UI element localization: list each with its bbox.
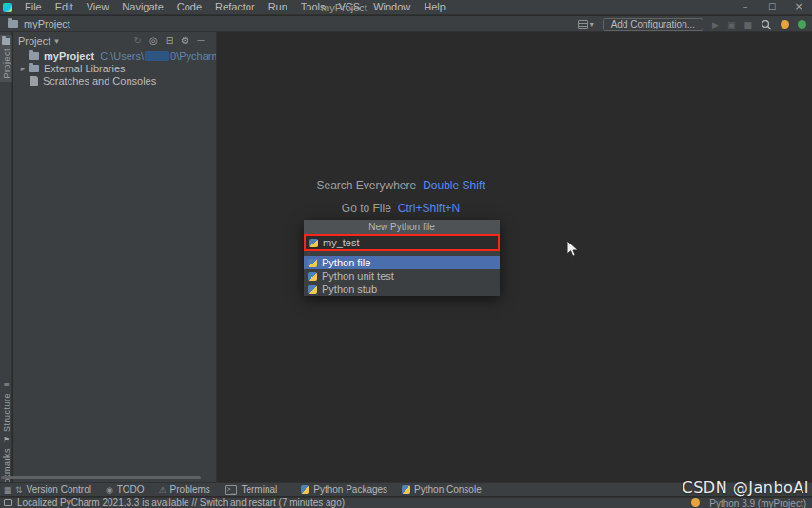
stripe-label-project: Project bbox=[2, 49, 11, 79]
tree-row-project-root[interactable]: myProject C:\Users\ 0\PycharmProjects\my… bbox=[13, 49, 216, 62]
stripe-label-structure: Structure bbox=[2, 393, 11, 432]
tree-row-external-libraries[interactable]: ▸ External Libraries bbox=[13, 62, 216, 74]
search-everywhere-icon[interactable] bbox=[761, 19, 772, 30]
hint-label: Go to File bbox=[342, 202, 391, 215]
pycharm-logo-icon bbox=[3, 3, 12, 12]
menu-navigate[interactable]: Navigate bbox=[115, 0, 169, 14]
project-panel-title[interactable]: Project bbox=[18, 35, 50, 47]
toolwindow-button-version-control[interactable]: ⇅ Version Control bbox=[15, 484, 91, 495]
path-segment: C:\Users\ bbox=[100, 50, 144, 62]
menu-bar: File Edit View Navigate Code Refactor Ru… bbox=[18, 0, 452, 14]
maximize-button[interactable]: ☐ bbox=[759, 0, 785, 15]
stop-icon[interactable]: ■ bbox=[743, 20, 752, 29]
stripe-button-project[interactable]: Project bbox=[0, 35, 12, 82]
notification-screen-icon[interactable] bbox=[4, 499, 12, 506]
toolbar-right-actions: ▾ Add Configuration... ▶ ▣ ■ bbox=[578, 16, 806, 32]
project-tool-window: Project ▾ ↻ ◎ ⊟ ⚙ — myProject C:\Users\ … bbox=[13, 32, 217, 482]
todo-icon: ◉ bbox=[106, 485, 113, 495]
add-configuration-button[interactable]: Add Configuration... bbox=[603, 18, 703, 31]
redacted-text bbox=[145, 51, 169, 61]
chevron-right-icon[interactable]: ▸ bbox=[17, 64, 29, 73]
toolwindow-button-problems[interactable]: ⚠ Problems bbox=[159, 484, 210, 495]
menu-help[interactable]: Help bbox=[417, 0, 452, 14]
library-folder-icon bbox=[29, 65, 39, 72]
python-file-icon bbox=[308, 272, 317, 281]
file-type-option-python-unit-test[interactable]: Python unit test bbox=[304, 269, 500, 283]
chevron-down-icon: ▾ bbox=[590, 20, 594, 29]
file-type-list: Python file Python unit test Python stub bbox=[304, 256, 500, 296]
tree-node-label: Scratches and Consoles bbox=[43, 75, 156, 87]
debug-icon[interactable]: ▣ bbox=[727, 20, 736, 29]
file-type-option-python-file[interactable]: Python file bbox=[304, 256, 500, 269]
toolwindow-label: Python Console bbox=[414, 484, 482, 495]
option-label: Python unit test bbox=[322, 270, 394, 282]
menu-refactor[interactable]: Refactor bbox=[208, 0, 262, 14]
horizontal-scrollbar[interactable] bbox=[1, 476, 201, 479]
mouse-cursor bbox=[566, 240, 579, 260]
hint-go-to-file: Go to FileCtrl+Shift+N bbox=[258, 197, 544, 220]
run-config-icon bbox=[578, 20, 588, 29]
path-segment: 0\PycharmProjects\myProj bbox=[170, 50, 216, 62]
main-toolbar: myProject ▾ Add Configuration... ▶ ▣ ■ bbox=[0, 16, 812, 32]
stripe-button-structure[interactable]: ≡ Structure bbox=[0, 381, 12, 432]
hide-panel-icon[interactable]: — bbox=[197, 36, 205, 45]
project-panel-header: Project ▾ ↻ ◎ ⊟ ⚙ — bbox=[13, 32, 216, 49]
python-file-icon bbox=[308, 285, 317, 294]
ide-update-icon[interactable] bbox=[781, 20, 789, 29]
new-file-name-input[interactable]: my_test bbox=[304, 234, 500, 251]
title-bar: File Edit View Navigate Code Refactor Ru… bbox=[0, 0, 812, 15]
menu-code[interactable]: Code bbox=[170, 0, 208, 14]
toolwindow-button-python-packages[interactable]: Python Packages bbox=[301, 484, 387, 495]
panel-title-caret-icon: ▾ bbox=[54, 36, 59, 46]
menu-view[interactable]: View bbox=[80, 0, 116, 14]
bookmarks-stripe-icon: ⚑ bbox=[3, 436, 10, 444]
window-controls: – ☐ × bbox=[732, 0, 812, 15]
terminal-icon: >_ bbox=[225, 485, 238, 495]
toolwindow-button-terminal[interactable]: >_ Terminal bbox=[225, 484, 277, 495]
toolwindow-label: Problems bbox=[170, 484, 210, 495]
minimize-button[interactable]: – bbox=[732, 0, 759, 15]
panel-header-actions: ↻ ◎ ⊟ ⚙ — bbox=[134, 35, 216, 46]
event-indicator-icon[interactable] bbox=[691, 498, 700, 507]
popup-title: New Python file bbox=[304, 220, 500, 234]
window-title: myProject bbox=[321, 0, 367, 15]
hint-shortcut: Ctrl+Shift+N bbox=[398, 202, 460, 215]
menu-window[interactable]: Window bbox=[366, 0, 417, 14]
folder-icon bbox=[29, 52, 39, 60]
python-packages-icon bbox=[301, 485, 309, 494]
refresh-icon[interactable]: ↻ bbox=[134, 35, 142, 46]
panel-settings-gear-icon[interactable]: ⚙ bbox=[181, 35, 189, 46]
menu-file[interactable]: File bbox=[18, 0, 49, 14]
csdn-watermark: CSDN @JanboAI bbox=[683, 479, 809, 497]
status-message[interactable]: Localized PyCharm 2021.3.3 is available … bbox=[17, 498, 345, 508]
tree-row-scratches[interactable]: Scratches and Consoles bbox=[13, 74, 216, 87]
toolwindow-label: Version Control bbox=[27, 484, 91, 495]
run-icon[interactable]: ▶ bbox=[712, 20, 719, 29]
locate-file-icon[interactable]: ◎ bbox=[149, 35, 158, 46]
problems-icon: ⚠ bbox=[159, 485, 167, 495]
project-root-path: C:\Users\ 0\PycharmProjects\myProj bbox=[100, 50, 216, 62]
toolwindow-button-python-console[interactable]: Python Console bbox=[402, 484, 482, 495]
code-with-me-icon[interactable] bbox=[798, 20, 806, 29]
file-type-option-python-stub[interactable]: Python stub bbox=[304, 283, 500, 296]
close-button[interactable]: × bbox=[785, 0, 812, 15]
toolwindow-button-todo[interactable]: ◉ TODO bbox=[106, 484, 145, 495]
menu-edit[interactable]: Edit bbox=[49, 0, 80, 14]
collapse-all-icon[interactable]: ⊟ bbox=[166, 35, 173, 46]
menu-run[interactable]: Run bbox=[262, 0, 294, 14]
project-root-label: myProject bbox=[44, 50, 94, 62]
option-label: Python file bbox=[322, 257, 370, 268]
project-stripe-icon bbox=[2, 38, 10, 45]
run-config-selector[interactable]: ▾ bbox=[578, 20, 594, 29]
python-file-icon bbox=[308, 259, 317, 267]
python-console-icon bbox=[402, 485, 410, 494]
tree-node-label: External Libraries bbox=[44, 63, 126, 74]
status-bar: Localized PyCharm 2021.3.3 is available … bbox=[0, 497, 812, 508]
toolwindow-switcher-icon[interactable]: ▦ bbox=[0, 485, 15, 495]
scratches-icon bbox=[30, 76, 38, 86]
project-tree: myProject C:\Users\ 0\PycharmProjects\my… bbox=[13, 49, 216, 87]
toolwindow-label: Python Packages bbox=[313, 484, 387, 495]
navbar-project-crumb[interactable]: myProject bbox=[24, 18, 70, 29]
python-interpreter-widget[interactable]: Python 3.9 (myProject) bbox=[709, 498, 806, 508]
left-toolwindow-stripe: Project ≡ Structure ⚑ Bookmarks bbox=[0, 32, 12, 496]
